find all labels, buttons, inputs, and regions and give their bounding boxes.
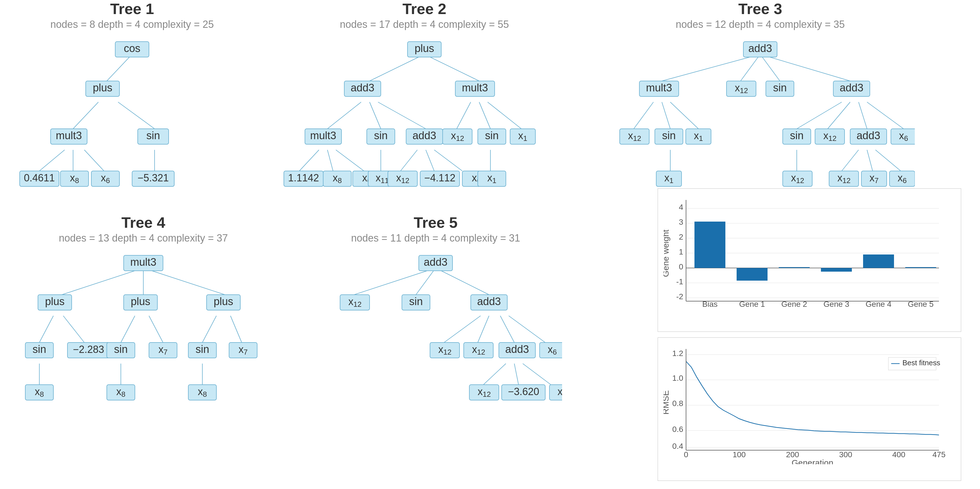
- svg-line-82: [828, 102, 850, 129]
- svg-rect-219: [905, 267, 936, 268]
- svg-text:100: 100: [733, 450, 746, 459]
- svg-line-127: [63, 316, 84, 342]
- svg-text:-2: -2: [676, 292, 683, 301]
- svg-line-78: [662, 102, 670, 129]
- svg-line-0: [107, 54, 132, 81]
- svg-rect-211: [737, 268, 768, 280]
- svg-text:Best fitness: Best fitness: [902, 358, 940, 367]
- svg-line-32: [401, 150, 417, 171]
- svg-text:0.6: 0.6: [672, 425, 683, 433]
- svg-text:add3: add3: [424, 256, 448, 268]
- svg-line-161: [354, 268, 436, 295]
- svg-text:−5.321: −5.321: [137, 172, 169, 184]
- svg-text:cos: cos: [124, 43, 140, 54]
- tree-4-stats: nodes = 13 depth = 4 complexity = 37: [59, 232, 228, 244]
- svg-line-37: [488, 102, 521, 129]
- svg-line-1: [73, 102, 99, 129]
- svg-line-3: [39, 150, 65, 171]
- svg-text:plus: plus: [213, 296, 233, 307]
- svg-line-75: [760, 54, 780, 81]
- tree-5-section: Tree 5 nodes = 11 depth = 4 complexity =…: [295, 214, 576, 449]
- svg-text:1.0: 1.0: [672, 374, 683, 382]
- svg-line-130: [202, 316, 216, 342]
- svg-text:4: 4: [679, 203, 683, 212]
- tree-4-section: Tree 4 nodes = 13 depth = 4 complexity =…: [6, 214, 281, 438]
- svg-line-131: [231, 316, 242, 342]
- svg-line-28: [299, 150, 319, 171]
- svg-text:plus: plus: [415, 43, 434, 54]
- svg-text:add3: add3: [505, 343, 529, 355]
- tree-1-svg: cos plus mult3 sin 0.4611 x8 x6 −5.321: [11, 33, 253, 207]
- svg-text:sin: sin: [114, 343, 128, 355]
- svg-text:plus: plus: [93, 82, 112, 94]
- svg-text:Generation: Generation: [792, 458, 833, 464]
- svg-text:−4.112: −4.112: [424, 172, 455, 184]
- svg-text:-1: -1: [676, 277, 683, 286]
- tree-3-section: Tree 3 nodes = 12 depth = 4 complexity =…: [599, 0, 922, 216]
- svg-text:1.2: 1.2: [672, 349, 683, 358]
- svg-text:add3: add3: [351, 82, 375, 94]
- tree-3-stats: nodes = 12 depth = 4 complexity = 35: [676, 19, 845, 30]
- svg-text:1.1142: 1.1142: [288, 172, 319, 184]
- tree-1-title: Tree 1: [110, 0, 154, 17]
- svg-line-25: [328, 102, 361, 129]
- svg-line-74: [741, 54, 760, 81]
- tree-2-title: Tree 2: [402, 0, 446, 17]
- svg-text:300: 300: [839, 450, 853, 459]
- svg-line-166: [500, 316, 514, 342]
- svg-rect-215: [821, 268, 852, 272]
- svg-line-86: [867, 150, 873, 171]
- svg-text:0: 0: [684, 450, 688, 459]
- svg-text:sin: sin: [146, 130, 160, 142]
- svg-text:plus: plus: [45, 296, 65, 307]
- svg-text:400: 400: [892, 450, 905, 459]
- svg-line-165: [478, 316, 489, 342]
- svg-text:−2.283: −2.283: [73, 344, 104, 355]
- svg-line-36: [479, 102, 490, 129]
- svg-text:mult3: mult3: [462, 82, 488, 94]
- svg-text:mult3: mult3: [310, 130, 336, 142]
- svg-text:sin: sin: [374, 130, 388, 142]
- svg-text:0.8: 0.8: [672, 399, 683, 408]
- gene-weight-chart: Gene weight 4 3 2: [658, 188, 961, 332]
- svg-text:sin: sin: [485, 130, 499, 142]
- tree-5-svg: add3 x12 sin add3 x12 x12 add3 x6 x12 −: [309, 247, 562, 449]
- svg-line-83: [859, 102, 867, 129]
- svg-line-35: [457, 102, 471, 129]
- tree-2-stats: nodes = 17 depth = 4 complexity = 55: [340, 19, 509, 30]
- svg-text:sin: sin: [196, 343, 209, 355]
- svg-line-128: [121, 316, 135, 342]
- svg-text:−3.620: −3.620: [508, 386, 539, 397]
- svg-text:0.4: 0.4: [672, 442, 683, 451]
- tree-1-section: Tree 1 nodes = 8 depth = 4 complexity = …: [6, 0, 259, 207]
- svg-text:sin: sin: [409, 296, 423, 307]
- svg-text:add3: add3: [840, 82, 864, 94]
- svg-line-125: [143, 268, 225, 295]
- svg-rect-209: [694, 221, 725, 268]
- svg-text:mult3: mult3: [646, 82, 672, 94]
- fitness-chart: RMSE 1.2 1.0 0.8 0.6 0.4: [658, 338, 961, 481]
- svg-line-2: [118, 102, 154, 129]
- svg-line-163: [436, 268, 489, 295]
- svg-text:1: 1: [679, 247, 683, 256]
- svg-rect-213: [779, 267, 810, 268]
- svg-text:add3: add3: [477, 296, 501, 307]
- svg-line-24: [425, 54, 479, 81]
- svg-line-33: [426, 150, 434, 171]
- svg-text:sin: sin: [662, 130, 676, 142]
- tree-4-title: Tree 4: [121, 214, 165, 231]
- svg-line-23: [369, 54, 425, 81]
- svg-text:mult3: mult3: [56, 130, 82, 142]
- svg-line-26: [369, 102, 381, 129]
- svg-text:sin: sin: [33, 343, 46, 355]
- svg-line-73: [662, 54, 760, 81]
- svg-line-76: [760, 54, 850, 81]
- right-panel: Gene weight 4 3 2: [655, 186, 964, 484]
- svg-text:0: 0: [679, 262, 683, 271]
- tree-3-title: Tree 3: [738, 0, 782, 17]
- svg-line-29: [328, 150, 333, 171]
- svg-line-164: [444, 316, 480, 342]
- svg-text:0.4611: 0.4611: [24, 172, 55, 184]
- svg-line-30: [336, 150, 364, 171]
- svg-text:RMSE: RMSE: [663, 390, 670, 415]
